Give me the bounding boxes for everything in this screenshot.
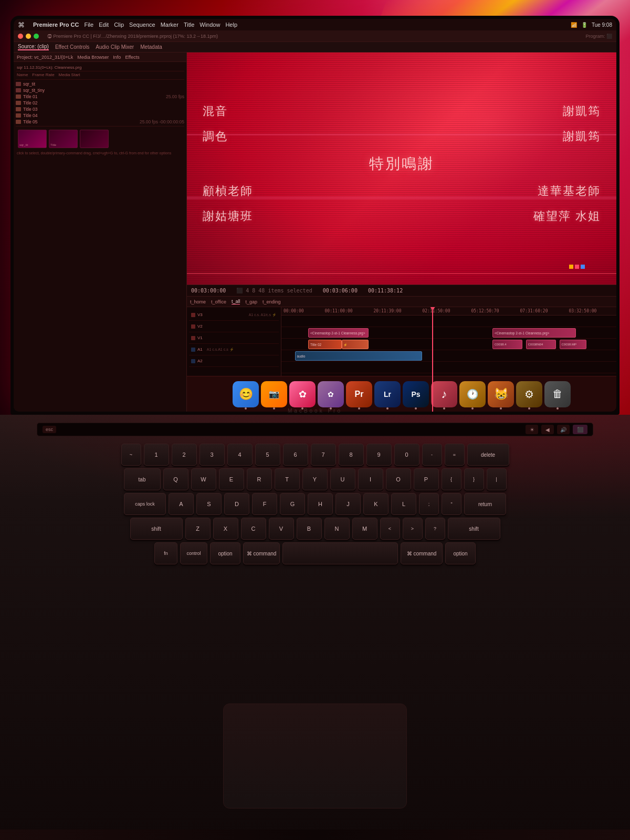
menu-edit[interactable]: Edit (99, 22, 109, 28)
menu-title[interactable]: Title (184, 22, 194, 28)
key-z[interactable]: Z (185, 518, 211, 540)
key-caps-lock[interactable]: caps lock (124, 493, 166, 515)
key-option-left[interactable]: option (210, 542, 240, 564)
play-icon[interactable]: ◀ (541, 425, 554, 434)
dock-finder[interactable]: 😊 (233, 381, 259, 407)
key-command-left[interactable]: ⌘ command (243, 542, 280, 564)
project-item[interactable]: Title 03 (16, 106, 184, 112)
project-item[interactable]: Title 02 (16, 100, 184, 106)
clip-v1-glitch[interactable]: ⚡ (342, 340, 369, 349)
key-q[interactable]: Q (163, 468, 188, 490)
timeline-tab[interactable]: t_gap (245, 299, 257, 304)
key-w[interactable]: W (191, 468, 216, 490)
tab-source[interactable]: Source: (clip) (18, 44, 49, 50)
project-item[interactable]: sqr_tit_tiny (16, 87, 184, 93)
key-5[interactable]: 5 (255, 444, 280, 466)
timeline-tab-active[interactable]: t_all (232, 299, 240, 304)
maximize-button[interactable] (34, 34, 39, 39)
dock-icon-settings[interactable]: ⚙ (516, 381, 542, 407)
project-item[interactable]: sqr_tit (16, 81, 184, 87)
dock-icon-4[interactable]: ✿ (318, 381, 344, 407)
playhead[interactable] (432, 307, 433, 412)
key-g[interactable]: G (280, 493, 305, 515)
key-m[interactable]: M (352, 518, 377, 540)
clip-c0038n04[interactable]: C0038N04 (526, 340, 556, 349)
timeline-tab[interactable]: t_home (190, 299, 206, 304)
key-1[interactable]: 1 (144, 444, 169, 466)
key-7[interactable]: 7 (311, 444, 336, 466)
key-i[interactable]: I (358, 468, 383, 490)
key-x[interactable]: X (213, 518, 238, 540)
key-shift-right[interactable]: shift (448, 518, 500, 540)
key-r[interactable]: R (247, 468, 272, 490)
key-comma[interactable]: < (380, 518, 400, 540)
menu-clip[interactable]: Clip (114, 22, 124, 28)
dock-premiere-icon[interactable]: Pr (346, 381, 372, 407)
key-j[interactable]: J (335, 493, 361, 515)
key-f[interactable]: F (252, 493, 277, 515)
thumb-2[interactable]: Title (49, 130, 78, 148)
key-minus[interactable]: - (422, 444, 442, 466)
key-h[interactable]: H (308, 493, 333, 515)
key-period[interactable]: > (403, 518, 423, 540)
key-command-right[interactable]: ⌘ command (401, 542, 443, 564)
key-3[interactable]: 3 (200, 444, 225, 466)
key-tilde[interactable]: ~ (121, 444, 141, 466)
tab-effect-controls[interactable]: Effect Controls (55, 44, 89, 50)
key-s[interactable]: S (196, 493, 222, 515)
key-p[interactable]: P (414, 468, 439, 490)
key-0[interactable]: 0 (394, 444, 419, 466)
project-tab[interactable]: Project: vc_2012_31/(0+Lk (17, 55, 73, 60)
key-tab[interactable]: tab (124, 468, 161, 490)
siri-icon[interactable]: ⬛ (573, 425, 587, 434)
key-slash[interactable]: ? (425, 518, 445, 540)
volume-icon[interactable]: 🔊 (557, 425, 570, 434)
apple-menu[interactable]: ⌘ (18, 21, 25, 29)
dock-ps-icon[interactable]: Ps (403, 381, 429, 407)
menu-help[interactable]: Help (225, 22, 237, 28)
media-browser-tab[interactable]: Media Browser (77, 55, 109, 60)
key-l[interactable]: L (391, 493, 416, 515)
key-v[interactable]: V (269, 518, 294, 540)
dock-icon-2[interactable]: 📷 (261, 381, 287, 407)
key-delete[interactable]: delete (467, 444, 509, 466)
timeline-tab[interactable]: t_office (211, 299, 226, 304)
key-pipe[interactable]: | (487, 468, 507, 490)
info-tab[interactable]: Info (113, 55, 121, 60)
key-quote[interactable]: " (442, 493, 461, 515)
dock-icon-clock[interactable]: 🕐 (459, 381, 486, 407)
key-8[interactable]: 8 (339, 444, 364, 466)
key-shift-left[interactable]: shift (130, 518, 183, 540)
clip-a1-audio[interactable]: audio (295, 351, 422, 361)
thumb-1[interactable]: sqr_tit (18, 130, 47, 148)
effects-tab[interactable]: Effects (125, 55, 139, 60)
key-equals[interactable]: = (445, 444, 465, 466)
timeline-tab[interactable]: t_ending (262, 299, 281, 304)
dock-music-icon[interactable]: ♪ (431, 381, 457, 407)
key-fn[interactable]: fn (154, 542, 177, 564)
clip-v2-2[interactable]: <Cinemastop 2-st-1 Cleanness.prg> (492, 328, 576, 338)
key-6[interactable]: 6 (283, 444, 308, 466)
minimize-button[interactable] (26, 34, 31, 39)
key-o[interactable]: O (386, 468, 411, 490)
clip-c0038mp[interactable]: C0038.MP (560, 340, 586, 349)
project-item[interactable]: Title 04 (16, 112, 184, 119)
dock-icon-emoji[interactable]: 😸 (488, 381, 514, 407)
project-item[interactable]: Title 05 25.00 fps -00:00:00:05 (16, 119, 184, 125)
key-a[interactable]: A (169, 493, 194, 515)
menu-sequence[interactable]: Sequence (129, 22, 155, 28)
key-close-bracket[interactable]: } (464, 468, 484, 490)
thumb-3[interactable] (80, 130, 109, 148)
key-n[interactable]: N (324, 518, 350, 540)
brightness-icon[interactable]: ☀ (526, 425, 538, 434)
key-d[interactable]: D (224, 493, 249, 515)
key-2[interactable]: 2 (172, 444, 197, 466)
key-space[interactable] (282, 542, 398, 564)
window-controls[interactable] (18, 34, 39, 39)
key-c[interactable]: C (241, 518, 266, 540)
key-control[interactable]: control (180, 542, 207, 564)
key-b[interactable]: B (297, 518, 322, 540)
key-y[interactable]: Y (302, 468, 328, 490)
close-button[interactable] (18, 34, 23, 39)
tab-metadata[interactable]: Metadata (140, 44, 162, 50)
